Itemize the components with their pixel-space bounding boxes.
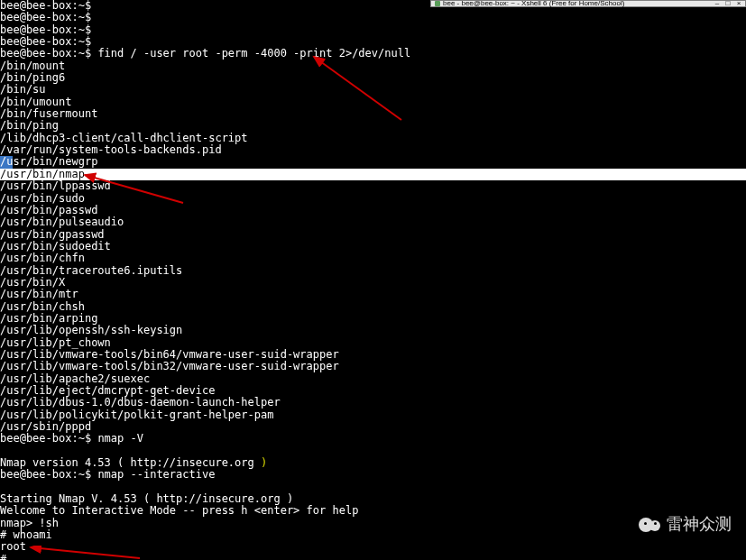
- watermark-text: 雷神众测: [667, 519, 732, 530]
- output-line: /usr/bin/lppasswd: [0, 180, 746, 192]
- shell-prompt: bee@bee-box:~$: [0, 23, 97, 36]
- root-prompt: #: [0, 554, 746, 560]
- tab-status-icon: [435, 1, 440, 6]
- output-line: /usr/bin/sudo: [0, 193, 746, 205]
- output-line: /usr/bin/newgrp: [0, 156, 746, 168]
- shell-prompt: bee@bee-box:~$: [0, 11, 97, 23]
- output-line: Starting Nmap V. 4.53 ( http://insecure.…: [0, 493, 746, 505]
- output-line: /usr/bin/pulseaudio: [0, 216, 746, 228]
- output-line: /bin/ping: [0, 120, 746, 132]
- output-line: /lib/dhcp3-client/call-dhclient-script: [0, 133, 746, 144]
- maximize-button[interactable]: □: [724, 0, 732, 10]
- watermark-icon: [638, 513, 661, 537]
- minimize-button[interactable]: –: [714, 0, 721, 10]
- command-line: nmap> !sh: [0, 518, 746, 529]
- output-line: /usr/bin/chfn: [0, 252, 746, 264]
- output-line: /usr/bin/X: [0, 277, 746, 289]
- output-line: /usr/lib/policykit/polkit-grant-helper-p…: [0, 409, 746, 421]
- output-line: /bin/ping6: [0, 72, 746, 84]
- command-line: bee@bee-box:~$ nmap -V: [0, 433, 746, 445]
- blank-line: [0, 445, 746, 457]
- output-line: /usr/bin/passwd: [0, 205, 746, 216]
- output-line: /bin/su: [0, 84, 746, 96]
- output-line: Nmap version 4.53 ( http://insecure.org …: [0, 457, 746, 469]
- output-line: /usr/lib/vmware-tools/bin64/vmware-user-…: [0, 349, 746, 361]
- output-line: /usr/bin/sudoedit: [0, 241, 746, 252]
- output-line: /usr/lib/openssh/ssh-keysign: [0, 325, 746, 336]
- output-line: /usr/lib/apache2/suexec: [0, 373, 746, 385]
- highlighted-line-nmap: /usr/bin/nmap: [0, 169, 746, 180]
- output-line: Welcome to Interactive Mode -- press h <…: [0, 505, 746, 517]
- output-line: /usr/lib/pt_chown: [0, 337, 746, 349]
- window-tab-bar: bee - bee@bee-box: ~ - Xshell 6 (Free fo…: [430, 0, 746, 7]
- output-line: /usr/sbin/pppd: [0, 421, 746, 433]
- output-line: /bin/mount: [0, 60, 746, 72]
- output-line: /var/run/system-tools-backends.pid: [0, 144, 746, 156]
- shell-prompt: bee@bee-box:~$: [0, 35, 97, 48]
- output-line: /usr/bin/gpasswd: [0, 229, 746, 241]
- output-line: root: [0, 541, 746, 553]
- close-button[interactable]: ×: [735, 0, 742, 10]
- output-line: /usr/lib/vmware-tools/bin32/vmware-user-…: [0, 361, 746, 372]
- command-line: # whoami: [0, 529, 746, 541]
- terminal-output[interactable]: bee@bee-box:~$ bee@bee-box:~$ bee@bee-bo…: [0, 0, 746, 560]
- shell-prompt: bee@bee-box:~$: [0, 0, 97, 12]
- output-line: /usr/bin/chsh: [0, 301, 746, 313]
- output-line: /bin/fusermount: [0, 108, 746, 120]
- output-line: /usr/bin/arping: [0, 313, 746, 325]
- text-cursor: /u: [0, 156, 13, 168]
- output-line: /usr/lib/eject/dmcrypt-get-device: [0, 385, 746, 397]
- blank-line: [0, 482, 746, 493]
- command-line: bee@bee-box:~$ find / -user root -perm -…: [0, 48, 746, 60]
- output-line: /bin/umount: [0, 96, 746, 108]
- output-line: /usr/bin/traceroute6.iputils: [0, 265, 746, 277]
- tab-title[interactable]: bee - bee@bee-box: ~ - Xshell 6 (Free fo…: [443, 0, 714, 10]
- watermark: 雷神众测: [638, 513, 732, 537]
- command-line: bee@bee-box:~$ nmap --interactive: [0, 469, 746, 481]
- output-line: /usr/bin/mtr: [0, 289, 746, 300]
- output-line: /usr/lib/dbus-1.0/dbus-daemon-launch-hel…: [0, 397, 746, 409]
